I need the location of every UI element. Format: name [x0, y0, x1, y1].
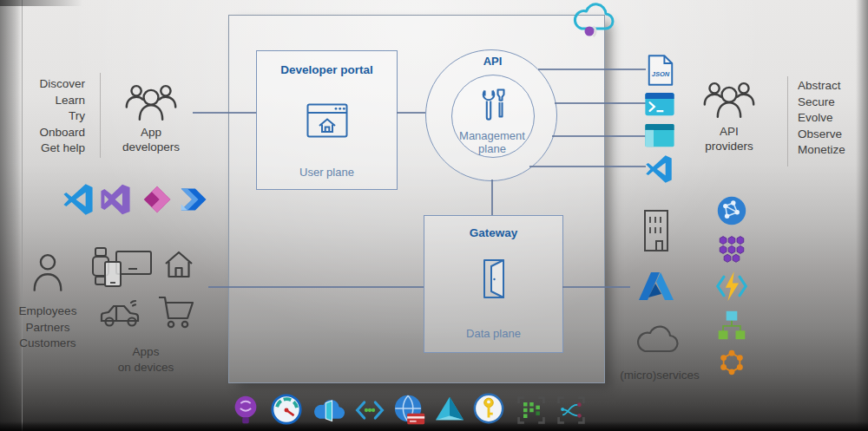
molecule-icon	[716, 346, 747, 379]
consumer-activities-list: Discover Learn Try Onboard Get help	[19, 76, 85, 157]
visual-studio-icon	[100, 184, 131, 215]
globe-payment-icon	[392, 393, 427, 428]
developer-portal-box: Developer portal User plane	[256, 50, 398, 190]
cloud-gateway-icon	[312, 393, 345, 426]
connected-car-icon	[98, 295, 143, 330]
tools-icon	[477, 87, 508, 123]
org-chart-icon	[716, 309, 747, 342]
vscode-icon	[62, 184, 94, 215]
service-fabric-icon	[716, 233, 747, 264]
management-plane-label: Management plane	[455, 129, 529, 155]
building-icon	[638, 208, 674, 253]
api-title: API	[460, 55, 525, 68]
top-left-edge-shade	[0, 0, 82, 6]
key-icon	[472, 392, 505, 425]
terminal-icon	[644, 92, 675, 116]
data-plane-label: Data plane	[424, 327, 562, 340]
connector-api-terminal	[555, 102, 646, 104]
provider-activities-list: Abstract Secure Evolve Observe Monetize	[798, 78, 864, 159]
activity-item: Discover	[19, 76, 85, 93]
connector-api-vscode	[529, 166, 646, 167]
developer-portal-title: Developer portal	[257, 63, 397, 76]
phone-icon	[103, 260, 122, 288]
activity-item: Secure	[798, 95, 864, 111]
code-dots-icon	[353, 395, 386, 426]
globe-network-icon	[716, 195, 747, 226]
json-file-text: JSON	[652, 70, 670, 78]
left-divider	[100, 73, 101, 158]
vscode-icon	[644, 155, 674, 183]
shopping-cart-icon	[156, 293, 196, 331]
house-icon	[163, 249, 194, 280]
cloud-icon	[569, 0, 619, 38]
activity-item: Get help	[19, 140, 85, 157]
app-developers-icon	[124, 82, 178, 121]
connector-appdev-portal	[193, 112, 256, 114]
activity-item: Learn	[19, 93, 85, 109]
api-management-architecture-diagram: Developer portal User plane API	[0, 0, 868, 431]
connector-apps-gateway	[208, 286, 424, 288]
activity-item: Abstract	[798, 78, 864, 95]
connector-api-window	[552, 135, 646, 137]
lightbulb-icon	[229, 393, 262, 428]
event-flow-icon	[555, 395, 588, 426]
gateway-title: Gateway	[424, 226, 562, 239]
person-icon	[32, 251, 63, 293]
power-automate-icon	[179, 184, 210, 215]
power-apps-icon	[141, 184, 173, 215]
connector-portal-api	[397, 112, 425, 114]
left-edge-shade	[0, 0, 23, 431]
azure-icon	[637, 271, 675, 302]
right-edge-shade	[856, 0, 868, 431]
json-file-icon: JSON	[648, 54, 674, 87]
activity-item: Observe	[798, 127, 864, 143]
activity-item: Monetize	[798, 142, 864, 159]
api-providers-icon	[702, 79, 756, 119]
audience-label: Employees Partners Customers	[4, 304, 91, 352]
activity-item: Onboard	[19, 125, 85, 141]
right-divider	[787, 76, 788, 167]
gauge-icon	[270, 393, 303, 426]
door-icon	[477, 258, 510, 301]
microservices-label: (micro)services	[599, 368, 720, 382]
connector-api-json	[538, 69, 646, 70]
api-providers-label: API providers	[699, 124, 760, 153]
app-window-icon	[644, 123, 675, 147]
connector-gateway-azure	[562, 286, 630, 288]
activity-item: Evolve	[798, 110, 864, 127]
activity-item: Try	[19, 108, 85, 125]
apps-on-devices-label: Apps on devices	[102, 344, 189, 375]
browser-home-icon	[306, 103, 348, 138]
user-plane-label: User plane	[257, 166, 397, 179]
gateway-box: Gateway Data plane	[424, 215, 563, 353]
pipeline-nodes-icon	[515, 395, 548, 426]
pyramid-icon	[433, 395, 466, 424]
functions-icon	[714, 271, 749, 302]
microservices-cloud-icon	[633, 323, 681, 356]
connector-api-gateway	[491, 180, 493, 215]
app-developers-label: App developers	[116, 125, 186, 154]
